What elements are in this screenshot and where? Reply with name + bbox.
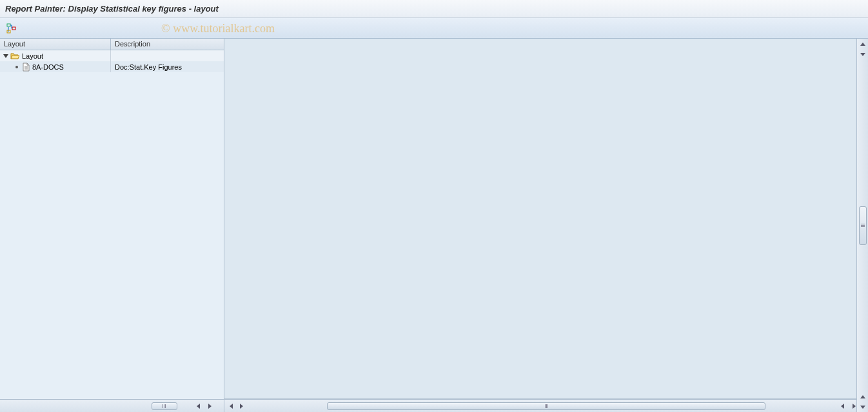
right-hscroll-left-button[interactable] (837, 401, 847, 411)
vertical-scrollbar (856, 39, 868, 412)
right-hscroll-track[interactable] (248, 400, 845, 412)
vscroll-up-button[interactable] (858, 39, 868, 49)
left-hscroll-thumb[interactable] (152, 402, 177, 410)
tree-root-row[interactable]: Layout (0, 50, 224, 61)
right-hscroll-far-left-button[interactable] (226, 401, 236, 411)
right-panel-hscrollbar (224, 399, 868, 412)
right-content-panel (224, 39, 868, 412)
left-navigation-panel: Layout Description Layout (0, 39, 224, 412)
vscroll-thumb[interactable] (859, 206, 867, 245)
tree-area: Layout 8A-DOCS Doc:Stat.Key Figure (0, 50, 224, 399)
title-bar: Report Painter: Display Statistical key … (0, 0, 868, 18)
right-hscroll-thumb[interactable] (327, 402, 765, 410)
left-hscroll-left-button[interactable] (193, 401, 203, 411)
tree-child-label: 8A-DOCS (32, 63, 64, 71)
svg-rect-1 (12, 27, 15, 30)
tree-root-description (111, 50, 224, 61)
tree-column-headers: Layout Description (0, 39, 224, 50)
tree-child-row[interactable]: 8A-DOCS Doc:Stat.Key Figures (0, 61, 224, 72)
page-title: Report Painter: Display Statistical key … (5, 4, 219, 14)
tree-child-description: Doc:Stat.Key Figures (111, 61, 224, 72)
tree-leaf-bullet-icon (15, 66, 18, 68)
vscroll-down-button[interactable] (858, 402, 868, 412)
vscroll-track[interactable] (857, 59, 868, 391)
tree-layout-icon (6, 23, 17, 34)
left-hscroll-right-button[interactable] (204, 401, 215, 411)
document-icon (22, 63, 30, 72)
column-header-layout[interactable]: Layout (0, 39, 111, 50)
right-hscroll-step-right-button[interactable] (236, 401, 246, 411)
tree-toggle-root[interactable] (3, 53, 9, 59)
column-header-description[interactable]: Description (111, 39, 224, 50)
tree-expand-button[interactable] (5, 22, 18, 35)
right-content-area (224, 39, 868, 399)
folder-open-icon (10, 52, 19, 60)
svg-rect-0 (7, 24, 10, 26)
left-panel-hscrollbar (0, 399, 224, 412)
content-area: Layout Description Layout (0, 39, 868, 412)
app-toolbar (0, 18, 868, 39)
vscroll-down-step-button[interactable] (858, 49, 868, 59)
tree-root-label: Layout (22, 52, 43, 60)
vscroll-up-button-bottom[interactable] (858, 391, 868, 402)
